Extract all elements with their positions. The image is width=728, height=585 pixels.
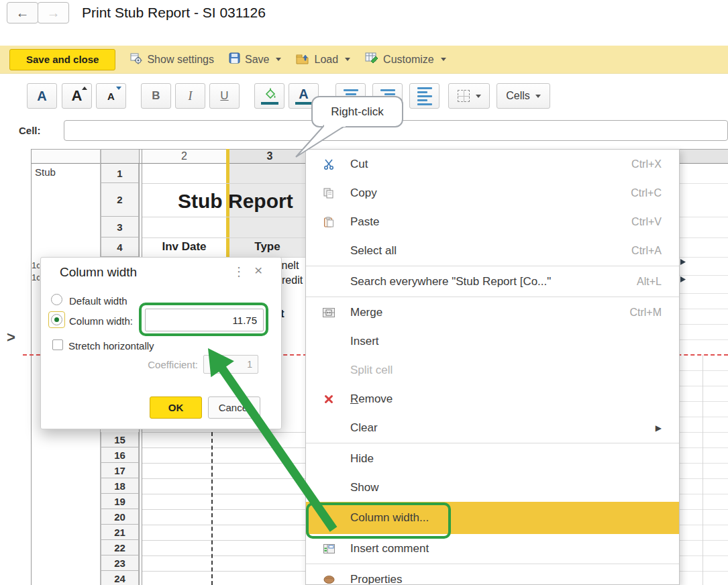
menu-item-properties[interactable]: Properties [306,565,679,585]
load-menu-button[interactable]: Load [296,52,350,67]
clipped-text-fragment: 1c [32,272,40,282]
menu-item-merge[interactable]: Merge Ctrl+M [306,298,679,327]
load-folder-icon [296,52,309,67]
row-header-21[interactable]: 21 [101,525,139,540]
menu-item-select-all[interactable]: Select all Ctrl+A [306,236,679,265]
customize-menu-button[interactable]: Customize [365,52,446,66]
dialog-kebab-icon[interactable]: ⋮ [233,264,245,279]
borders-dropdown-button[interactable] [448,83,490,109]
save-floppy-icon [229,52,240,66]
cancel-button[interactable]: Cancel [208,396,260,419]
cut-icon [319,159,338,170]
right-click-tooltip: Right-click [311,96,403,127]
annotation-highlight-input [139,303,268,336]
save-and-close-button[interactable]: Save and close [9,49,115,70]
default-width-label[interactable]: Default width [69,295,127,307]
inv-date-header-cell[interactable]: Inv Date [142,240,226,254]
cells-caret-icon [535,95,541,98]
menu-item-paste[interactable]: Paste Ctrl+V [306,207,679,236]
ok-button[interactable]: OK [150,396,202,419]
row-header-18[interactable]: 18 [101,478,139,494]
row-header-24[interactable]: 24 [101,571,139,585]
dialog-close-icon[interactable]: × [254,262,262,278]
cell-bar-label: Cell: [19,125,41,136]
copy-icon [319,188,338,199]
menu-item-remove[interactable]: Remove [306,384,679,413]
borders-icon [458,90,470,102]
stretch-horizontally-label[interactable]: Stretch horizontally [68,340,154,352]
row-header-20[interactable]: 20 [101,509,139,525]
show-settings-label: Show settings [147,54,214,66]
column-header-2[interactable]: 2 [142,150,226,163]
row-header-17[interactable]: 17 [101,463,139,478]
cells-label: Cells [506,90,530,102]
fill-color-button[interactable] [254,83,284,109]
dialog-title: Column width [60,265,137,280]
menu-item-search-everywhere[interactable]: Search everywhere "Stub Report [Co..." A… [306,267,679,296]
section-label[interactable]: Stub [35,166,56,178]
row-header-19[interactable]: 19 [101,494,139,509]
customize-caret-icon [441,58,446,61]
bold-button[interactable]: B [141,83,171,109]
forward-button[interactable]: → [38,2,69,23]
align-left-icon [417,87,432,105]
page-title: Print Stub Report - SI 031126 [82,5,266,21]
decrease-font-button[interactable]: A [96,83,126,109]
menu-separator [306,443,679,443]
increase-font-button[interactable]: A [62,83,92,109]
font-icon: A [37,89,46,104]
row-header-4[interactable]: 4 [101,237,139,257]
clipped-text-fragment: 1c [32,260,40,270]
clipped-text-fragment: inelt [279,260,299,272]
action-toolbar: Save and close Show settings [0,46,728,74]
properties-icon [319,575,338,584]
menu-item-cut[interactable]: Cut Ctrl+X [306,150,679,178]
font-color-icon: A [299,87,308,102]
row-header-15[interactable]: 15 [101,432,139,447]
menu-item-copy[interactable]: Copy Ctrl+C [306,178,679,207]
row-header-23[interactable]: 23 [101,555,139,571]
row-header-2[interactable]: 2 [101,183,139,217]
align-left-button[interactable] [409,83,439,109]
column-width-radio[interactable] [51,314,62,325]
font-button[interactable]: A [27,83,57,109]
menu-item-show[interactable]: Show [306,473,679,502]
menu-item-split-cell[interactable]: Split cell [306,356,679,384]
right-click-tooltip-label: Right-click [331,105,383,119]
radio-selected-dot [54,317,59,322]
menu-separator [306,564,679,564]
load-label: Load [314,54,338,66]
left-pane-expander[interactable]: > [7,329,15,346]
menu-separator [306,266,679,266]
menu-item-clear[interactable]: Clear ▶ [306,413,679,442]
default-width-radio[interactable] [51,294,62,305]
back-button[interactable]: ← [7,2,38,23]
row-header-1[interactable]: 1 [101,164,139,183]
save-menu-button[interactable]: Save [229,52,281,66]
customize-table-icon [365,52,378,66]
row-header-22[interactable]: 22 [101,540,139,555]
row-header-16[interactable]: 16 [101,447,139,463]
menu-item-insert[interactable]: Insert [306,327,679,356]
page-break-vertical-line [211,432,213,585]
italic-button[interactable]: I [175,83,205,109]
coefficient-label: Coefficient: [148,359,198,370]
underline-button[interactable]: U [209,83,240,109]
type-header-cell[interactable]: Type [229,240,305,254]
stretch-horizontally-checkbox[interactable] [52,339,63,350]
menu-item-hide[interactable]: Hide [306,444,679,473]
coefficient-input[interactable] [203,355,258,374]
paste-icon [319,217,338,227]
column-width-radio-label[interactable]: Column width: [69,315,133,327]
row-header-3[interactable]: 3 [101,217,139,237]
show-settings-button[interactable]: Show settings [130,52,214,67]
settings-gear-icon [130,52,142,67]
sheet-title-cell[interactable]: Stub Report [178,190,293,213]
fill-color-bar [261,102,278,105]
remove-x-icon [319,394,338,404]
tooltip-tail [291,125,346,158]
cells-dropdown-button[interactable]: Cells [497,83,550,109]
clipped-text-tail [680,259,686,265]
customize-label: Customize [383,54,434,66]
corner-header-cell[interactable] [101,150,139,163]
